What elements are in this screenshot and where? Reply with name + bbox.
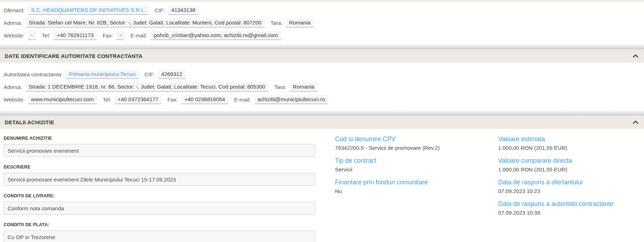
authority-fax-label: Fax: xyxy=(167,97,178,103)
info-group-cpv: Cod si denumire CPV 79342200-5 - Servici… xyxy=(335,135,498,151)
supplier-fax-value: - xyxy=(116,31,125,40)
info-group-data-raspuns-ofertant: Data de raspuns a ofertantului 07.09.202… xyxy=(498,179,640,194)
details-info-middle-column: Cod si denumire CPV 79342200-5 - Servici… xyxy=(335,135,498,242)
authority-cif-label: CIF: xyxy=(144,71,155,77)
data-raspuns-autoritate-value: 07.09.2023 10:39 xyxy=(498,210,640,216)
data-raspuns-ofertant-value: 07.09.2023 10:23 xyxy=(498,188,640,194)
info-group-finantare: Finantare prin fonduri comunitare Nu xyxy=(335,179,498,194)
authority-fax-value: +40 0236816054 xyxy=(181,95,228,104)
details-content: DENUMIRE ACHIZITIE DESCRIERE CONDITII DE… xyxy=(0,129,644,242)
authority-address-value: Strada: 1 DECEMBRIE 1918, nr. 66, Sector… xyxy=(26,82,269,91)
supplier-tel-label: Tel: xyxy=(42,32,50,39)
authority-website-label: Website: xyxy=(4,97,24,103)
field-label-conditii-plata: CONDITII DE PLATA: xyxy=(4,222,315,228)
descriere-input[interactable] xyxy=(4,173,315,186)
supplier-website-value: - xyxy=(28,31,36,40)
valoare-cumparare-value: 1.000,00 RON (201,55 EUR) xyxy=(498,166,640,173)
valoare-estimata-value: 1.000,00 RON (201,55 EUR) xyxy=(498,145,640,151)
field-label-conditii-livrare: CONDITII DE LIVRARE: xyxy=(4,193,315,199)
info-group-tip-contract: Tip de contract Servicii xyxy=(335,157,498,173)
supplier-email-value: pohrib_cristian@yahoo.com; achizitii.ro@… xyxy=(151,31,281,40)
details-form-column: DENUMIRE ACHIZITIE DESCRIERE CONDITII DE… xyxy=(4,135,315,242)
authority-name-row: Autoritatea contractanta: Primaria munic… xyxy=(4,70,640,79)
supplier-name-row: Ofertant: S.C. HEADQUARTERS OF INITIATIV… xyxy=(4,6,640,15)
field-label-denumire-achizitie: DENUMIRE ACHIZITIE xyxy=(4,135,315,141)
supplier-address-label: Adresa: xyxy=(4,20,22,26)
authority-website-value: www.municipiultecuci.com xyxy=(28,95,97,104)
supplier-country-value: Romania xyxy=(286,18,314,27)
info-group-valoare-estimata: Valoare estimata 1.000,00 RON (201,55 EU… xyxy=(498,135,640,151)
details-section-header[interactable]: DETALII ACHIZITIE xyxy=(0,116,644,129)
info-group-data-raspuns-autoritate: Data de raspuns a autoritatii contractan… xyxy=(498,200,640,216)
authority-cif-value: 4269312 xyxy=(158,70,185,79)
conditii-plata-input[interactable] xyxy=(4,230,315,242)
cpv-value: 79342200-5 - Servicii de promovare (Rev.… xyxy=(335,145,498,151)
finantare-heading: Finantare prin fonduri comunitare xyxy=(335,179,498,186)
details-section-title: DETALII ACHIZITIE xyxy=(5,119,54,125)
cpv-heading: Cod si denumire CPV xyxy=(335,135,498,143)
authority-country-label: Tara: xyxy=(274,84,286,90)
details-info-right-column: Valoare estimata 1.000,00 RON (201,55 EU… xyxy=(498,135,640,242)
supplier-cif-value: 41343138 xyxy=(168,6,199,15)
supplier-fax-label: Fax: xyxy=(103,32,113,39)
chevron-up-icon[interactable] xyxy=(632,120,639,124)
authority-label: Autoritatea contractanta: xyxy=(4,71,62,77)
authority-tel-value: +40 0372364177 xyxy=(115,95,162,104)
section-divider xyxy=(0,111,644,116)
valoare-cumparare-heading: Valoare cumparare directa xyxy=(498,157,640,165)
supplier-address-row: Adresa: Strada: Stefan cel Mare, Nr. 82B… xyxy=(4,18,640,27)
supplier-address-value: Strada: Stefan cel Mare, Nr. 82B, Sector… xyxy=(26,18,265,27)
authority-section-header[interactable]: DATE IDENTIFICARE AUTORITATE CONTRACTANT… xyxy=(0,49,644,63)
authority-address-row: Adresa: Strada: 1 DECEMBRIE 1918, nr. 66… xyxy=(4,82,640,91)
authority-name-link[interactable]: Primaria municipiului Tecuci xyxy=(66,70,139,79)
authority-email-label: E-mail: xyxy=(234,97,251,103)
authority-country-value: Romania xyxy=(290,82,318,91)
authority-email-value: achizitii@municipiultecuci.ro xyxy=(254,95,328,104)
supplier-email-label: E-mail: xyxy=(130,32,147,39)
authority-section-title: DATE IDENTIFICARE AUTORITATE CONTRACTANT… xyxy=(5,53,143,59)
finantare-value: Nu xyxy=(335,188,498,194)
authority-tel-label: Tel: xyxy=(103,97,111,103)
supplier-tel-value: +40 762911173 xyxy=(53,31,97,40)
section-divider xyxy=(0,44,644,49)
denumire-achizitie-input[interactable] xyxy=(4,144,315,157)
data-raspuns-ofertant-heading: Data de raspuns a ofertantului xyxy=(498,179,640,186)
chevron-up-icon[interactable] xyxy=(632,54,639,58)
supplier-contact-row: Website: - Tel: +40 762911173 Fax: - E-m… xyxy=(4,31,640,40)
supplier-name-link[interactable]: S.C. HEADQUARTERS OF INITIATIVES S.R.L. xyxy=(28,6,149,15)
authority-contact-row: Website: www.municipiultecuci.com Tel: +… xyxy=(4,95,640,104)
authority-section: Autoritatea contractanta: Primaria munic… xyxy=(0,63,644,104)
supplier-country-label: Tara: xyxy=(270,20,282,26)
authority-address-label: Adresa: xyxy=(4,84,22,90)
supplier-section: Ofertant: S.C. HEADQUARTERS OF INITIATIV… xyxy=(0,1,644,40)
info-group-valoare-cumparare: Valoare cumparare directa 1.000,00 RON (… xyxy=(498,157,640,173)
supplier-label: Ofertant: xyxy=(4,7,24,13)
conditii-livrare-input[interactable] xyxy=(4,202,315,215)
supplier-website-label: Website: xyxy=(4,32,24,39)
valoare-estimata-heading: Valoare estimata xyxy=(498,135,640,143)
field-label-descriere: DESCRIERE xyxy=(4,164,315,170)
tip-contract-value: Servicii xyxy=(335,166,498,173)
supplier-cif-label: CIF: xyxy=(155,7,165,13)
data-raspuns-autoritate-heading: Data de raspuns a autoritatii contractan… xyxy=(498,200,640,208)
tip-contract-heading: Tip de contract xyxy=(335,157,498,165)
